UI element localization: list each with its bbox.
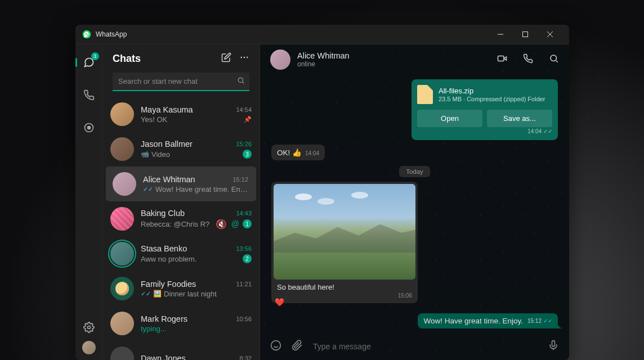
date-separator: Today bbox=[271, 166, 558, 176]
svg-point-11 bbox=[271, 341, 281, 350]
svg-point-8 bbox=[238, 78, 243, 82]
message-time: 14:04 bbox=[305, 150, 319, 156]
chat-preview: Video bbox=[151, 150, 240, 159]
emoji-button[interactable] bbox=[270, 340, 281, 353]
chat-item[interactable]: Jason Ballmer15:26 📹Video3 bbox=[102, 132, 260, 166]
chat-preview: Yes! OK bbox=[141, 115, 242, 124]
read-ticks-icon: ✓✓ bbox=[141, 290, 151, 298]
search-in-chat-button[interactable] bbox=[549, 53, 559, 66]
chat-item[interactable]: Family Foodies11:21 ✓✓🖼️Dinner last nigh… bbox=[102, 271, 260, 306]
image-thumbnail[interactable] bbox=[274, 184, 415, 280]
chat-item[interactable]: Mark Rogers10:56 typing... bbox=[102, 306, 260, 341]
message-time: 14:04 ✓✓ bbox=[417, 128, 552, 134]
chat-item[interactable]: Baking Club14:43 Rebecca: @Chris R?🔇@1 bbox=[102, 201, 260, 236]
svg-point-4 bbox=[87, 326, 90, 329]
message-input[interactable] bbox=[313, 342, 538, 351]
chat-preview: Aww no problem. bbox=[141, 255, 240, 263]
contact-avatar[interactable] bbox=[270, 50, 290, 70]
mic-button[interactable] bbox=[548, 340, 559, 353]
video-call-button[interactable] bbox=[497, 53, 507, 66]
svg-rect-1 bbox=[523, 32, 528, 37]
chat-name: Jason Ballmer bbox=[141, 140, 236, 148]
chat-time: 15:12 bbox=[232, 176, 248, 183]
svg-point-5 bbox=[240, 57, 242, 58]
mute-icon: 🔇 bbox=[216, 219, 227, 230]
avatar bbox=[110, 346, 134, 360]
svg-point-6 bbox=[244, 57, 245, 58]
chat-time: 10:56 bbox=[236, 316, 252, 322]
chat-list: Maya Kasuma14:54 Yes! OK📌 Jason Ballmer1… bbox=[102, 97, 260, 360]
app-title: WhatsApp bbox=[96, 30, 488, 38]
chat-sidebar: Chats Maya Kasuma14:54 Yes! OK📌 bbox=[102, 44, 260, 360]
rail-status[interactable] bbox=[78, 116, 100, 139]
rail-avatar[interactable] bbox=[82, 341, 96, 354]
attach-button[interactable] bbox=[292, 340, 303, 353]
video-icon: 📹 bbox=[141, 150, 149, 158]
chat-name: Stasa Benko bbox=[141, 244, 236, 253]
chat-preview: typing... bbox=[141, 325, 252, 333]
chat-time: 11:21 bbox=[236, 281, 252, 287]
contact-name: Alice Whitman bbox=[297, 51, 481, 60]
save-as-button[interactable]: Save as... bbox=[487, 110, 552, 127]
avatar bbox=[110, 102, 134, 126]
chat-name: Alice Whitman bbox=[143, 175, 232, 184]
rail-calls[interactable] bbox=[78, 84, 100, 106]
video-icon bbox=[497, 53, 507, 64]
avatar bbox=[110, 137, 134, 161]
incoming-message[interactable]: OK! 👍14:04 bbox=[271, 145, 558, 160]
image-message[interactable]: So beautiful here! 15:06 ❤️ bbox=[271, 182, 418, 303]
sidebar-title: Chats bbox=[113, 53, 213, 65]
svg-point-10 bbox=[551, 55, 557, 61]
chat-item[interactable]: Dawn Jones8:32 bbox=[102, 341, 260, 360]
chat-name: Baking Club bbox=[141, 209, 236, 218]
chat-preview: Wow! Have great time. Enjoy. bbox=[155, 185, 248, 194]
chat-preview: Dinner last night bbox=[164, 290, 252, 298]
maximize-button[interactable] bbox=[513, 26, 538, 43]
reaction[interactable]: ❤️ bbox=[275, 298, 284, 307]
avatar bbox=[110, 207, 134, 231]
svg-point-3 bbox=[87, 127, 90, 129]
chat-time: 15:26 bbox=[236, 141, 252, 147]
file-message[interactable]: All-files.zip 23.5 MB · Compressed (zipp… bbox=[412, 79, 558, 140]
message-text: Wow! Have great time. Enjoy. bbox=[423, 317, 523, 325]
svg-rect-9 bbox=[498, 56, 504, 61]
avatar bbox=[110, 277, 134, 300]
avatar bbox=[110, 242, 134, 266]
titlebar[interactable]: WhatsApp bbox=[75, 25, 569, 44]
smile-icon bbox=[270, 340, 281, 351]
chat-time: 13:56 bbox=[236, 245, 252, 252]
outgoing-message[interactable]: Wow! Have great time. Enjoy. 15:12 ✓✓ bbox=[418, 313, 558, 328]
message-area[interactable]: All-files.zip 23.5 MB · Compressed (zipp… bbox=[260, 75, 569, 333]
search-input[interactable] bbox=[113, 73, 249, 91]
mic-icon bbox=[548, 340, 559, 351]
sidebar-menu-button[interactable] bbox=[239, 52, 249, 65]
zip-file-icon bbox=[417, 85, 433, 104]
compose-icon bbox=[221, 52, 231, 62]
message-time: 15:06 bbox=[274, 292, 415, 301]
svg-rect-12 bbox=[552, 341, 555, 346]
unread-badge: 1 bbox=[243, 219, 252, 228]
chat-item[interactable]: Stasa Benko13:56 Aww no problem.2 bbox=[102, 236, 260, 271]
chat-preview: Rebecca: @Chris R? bbox=[141, 220, 213, 228]
rail-chats[interactable]: 3 bbox=[78, 51, 100, 74]
chat-name: Dawn Jones bbox=[141, 354, 240, 360]
message-text: OK! 👍 bbox=[277, 148, 302, 157]
close-button[interactable] bbox=[538, 26, 562, 43]
minimize-button[interactable] bbox=[488, 26, 513, 43]
new-chat-button[interactable] bbox=[221, 52, 231, 65]
chat-item[interactable]: Maya Kasuma14:54 Yes! OK📌 bbox=[102, 97, 260, 132]
file-name: All-files.zip bbox=[439, 87, 545, 95]
gear-icon bbox=[83, 322, 95, 333]
composer bbox=[260, 333, 569, 360]
phone-icon bbox=[523, 53, 533, 64]
dots-icon bbox=[239, 52, 249, 62]
conversation-header[interactable]: Alice Whitman online bbox=[260, 44, 569, 75]
voice-call-button[interactable] bbox=[523, 53, 533, 66]
rail-settings[interactable] bbox=[78, 322, 100, 333]
chat-time: 8:32 bbox=[240, 355, 252, 360]
search-icon bbox=[237, 76, 245, 87]
open-file-button[interactable]: Open bbox=[417, 110, 482, 127]
paperclip-icon bbox=[292, 340, 303, 351]
chat-item-selected[interactable]: Alice Whitman15:12 ✓✓Wow! Have great tim… bbox=[106, 166, 256, 201]
contact-status: online bbox=[297, 60, 481, 68]
